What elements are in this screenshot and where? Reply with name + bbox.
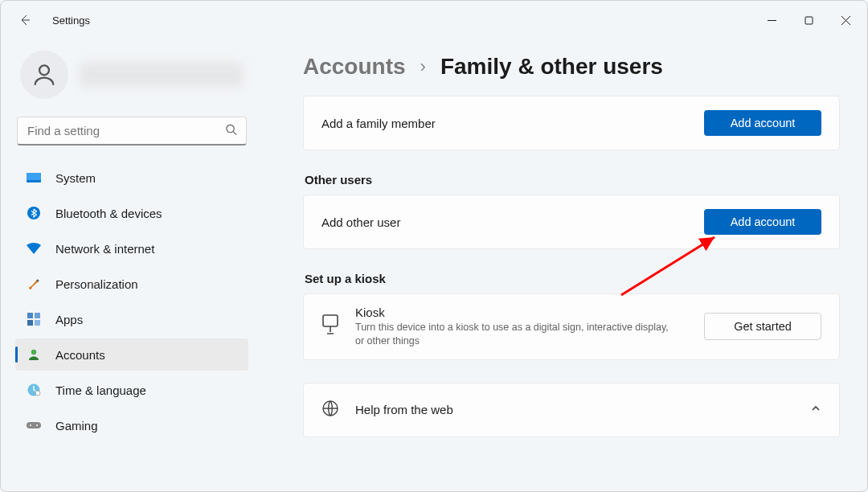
search-icon [225,124,237,139]
add-family-account-button[interactable]: Add account [704,110,821,136]
window-title: Settings [52,14,90,27]
chevron-right-icon: › [420,56,426,77]
sidebar: System Bluetooth & devices Network & int… [1,39,260,491]
svg-point-1 [39,65,49,75]
kiosk-icon [321,314,339,338]
breadcrumb: Accounts › Family & other users [303,54,840,80]
minimize-button[interactable] [753,7,790,33]
kiosk-label: Kiosk [355,305,672,319]
other-users-card: Add other user Add account [303,195,840,249]
svg-rect-8 [27,320,33,326]
add-other-account-button[interactable]: Add account [704,209,821,235]
content-pane: Accounts › Family & other users Add a fa… [260,39,867,491]
account-icon [27,347,41,362]
svg-point-2 [227,125,234,132]
svg-point-15 [36,424,38,426]
globe-icon [321,400,339,420]
avatar [20,51,68,99]
svg-rect-9 [35,320,40,326]
nav-list: System Bluetooth & devices Network & int… [15,162,248,441]
close-icon [841,16,850,25]
close-button[interactable] [827,7,864,33]
sidebar-item-label: Personalization [55,277,138,291]
svg-rect-4 [27,173,41,180]
search-box[interactable] [17,117,247,146]
sidebar-item-label: Time & language [55,383,146,397]
arrow-left-icon [18,14,31,27]
svg-rect-16 [323,315,338,326]
profile-name-redacted [80,62,244,88]
svg-rect-0 [805,17,813,24]
apps-icon [27,312,41,326]
sidebar-item-gaming[interactable]: Gaming [15,409,248,441]
minimize-icon [768,16,776,25]
svg-rect-7 [35,313,40,318]
add-other-user-label: Add other user [321,215,400,229]
svg-point-14 [30,424,31,426]
sidebar-item-label: Bluetooth & devices [55,207,162,220]
family-card: Add a family member Add account [303,96,840,150]
sidebar-item-accounts[interactable]: Accounts [15,338,248,371]
kiosk-description: Turn this device into a kiosk to use as … [355,321,672,348]
sidebar-item-network[interactable]: Network & internet [15,232,248,264]
sidebar-item-bluetooth[interactable]: Bluetooth & devices [15,197,248,229]
kiosk-heading: Set up a kiosk [305,272,840,285]
display-icon [27,170,41,185]
help-label: Help from the web [355,403,453,416]
gamepad-icon [27,418,41,433]
svg-point-12 [35,391,40,396]
sidebar-item-apps[interactable]: Apps [15,303,248,335]
maximize-icon [805,16,813,25]
kiosk-card: Kiosk Turn this device into a kiosk to u… [303,293,840,360]
sidebar-item-label: Apps [55,313,83,326]
svg-point-10 [31,350,36,355]
kiosk-get-started-button[interactable]: Get started [704,313,821,340]
titlebar: Settings [1,1,867,39]
add-family-label: Add a family member [321,117,436,130]
breadcrumb-root[interactable]: Accounts [303,54,406,80]
paintbrush-icon [27,277,41,291]
clock-globe-icon [27,383,41,397]
sidebar-item-label: System [55,171,96,185]
chevron-up-icon [810,403,821,417]
sidebar-item-personalization[interactable]: Personalization [15,268,248,300]
sidebar-item-label: Network & internet [55,242,154,256]
other-users-heading: Other users [305,173,840,187]
profile-block[interactable] [15,39,248,117]
help-card[interactable]: Help from the web [303,383,840,437]
window-controls [753,7,864,33]
search-input[interactable] [17,117,247,146]
sidebar-item-label: Accounts [55,348,105,362]
sidebar-item-time-language[interactable]: Time & language [15,374,248,406]
back-button[interactable] [10,6,39,35]
svg-rect-6 [27,313,33,318]
sidebar-item-label: Gaming [55,419,98,433]
sidebar-item-system[interactable]: System [15,162,248,194]
wifi-icon [27,241,41,256]
person-icon [31,61,58,88]
page-title: Family & other users [440,54,663,80]
maximize-button[interactable] [790,7,827,33]
svg-rect-13 [27,422,41,428]
bluetooth-icon [27,206,41,220]
